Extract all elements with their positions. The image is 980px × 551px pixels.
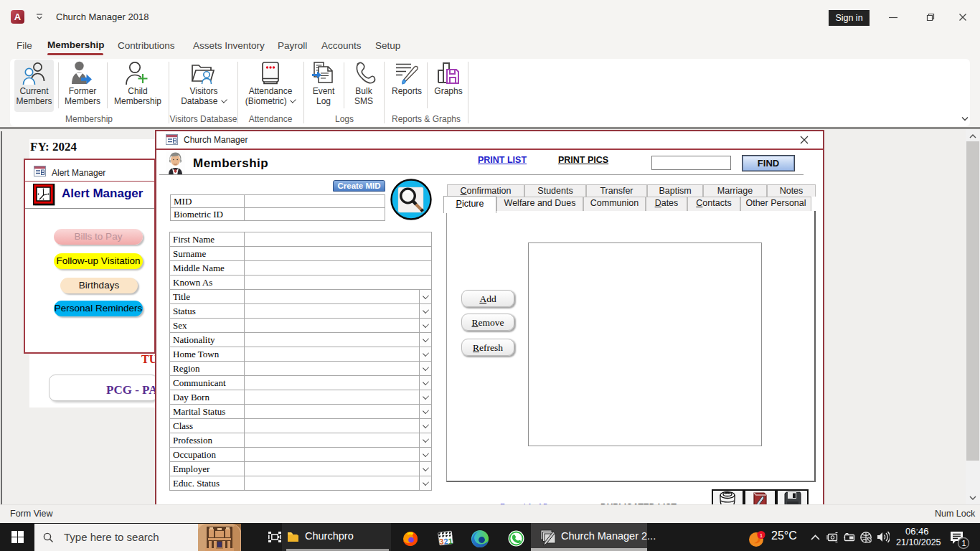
svg-text:1: 1 bbox=[962, 539, 966, 547]
svg-text:1: 1 bbox=[760, 532, 763, 539]
